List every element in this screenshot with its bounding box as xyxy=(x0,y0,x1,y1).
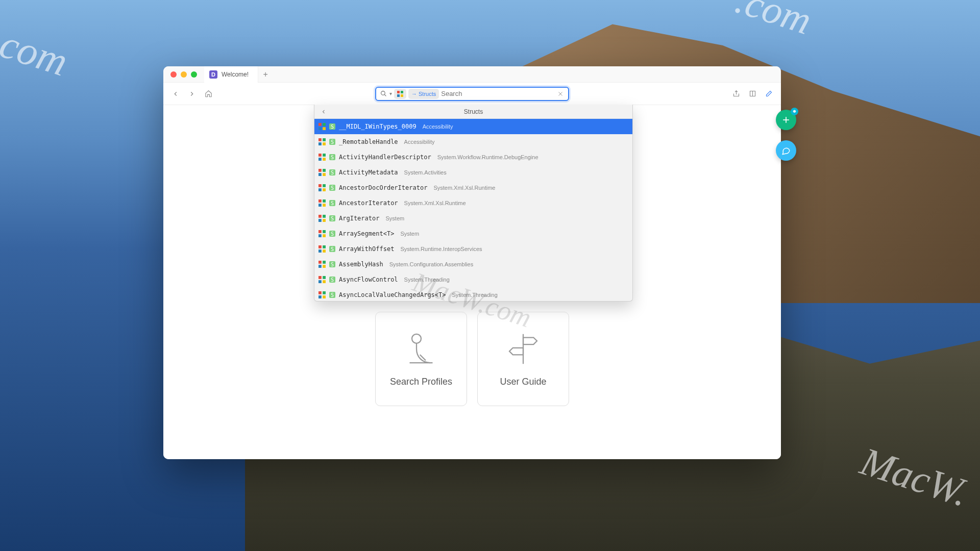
docset-icon xyxy=(318,291,326,298)
svg-rect-46 xyxy=(318,219,322,222)
dropdown-item[interactable]: SArgIteratorSystem xyxy=(314,211,632,226)
svg-text:S: S xyxy=(331,277,334,283)
svg-rect-74 xyxy=(318,291,322,294)
dropdown-item[interactable]: S__MIDL_IWinTypes_0009Accessibility xyxy=(314,119,632,134)
docset-icon xyxy=(318,230,326,237)
arrow-right-icon: → xyxy=(411,91,417,97)
struct-icon: S xyxy=(329,169,336,176)
docset-icon xyxy=(318,123,326,130)
svg-rect-40 xyxy=(318,204,322,207)
dropdown-title: Structs xyxy=(314,108,632,115)
dropdown-item-namespace: System.Activities xyxy=(404,169,447,176)
dropdown-item[interactable]: SAssemblyHashSystem.Configuration.Assemb… xyxy=(314,257,632,272)
edit-button[interactable] xyxy=(762,87,776,101)
svg-rect-21 xyxy=(323,154,326,157)
app-icon: D xyxy=(209,70,217,79)
search-profiles-card[interactable]: Search Profiles xyxy=(375,312,467,406)
dropdown-item-name: AncestorDocOrderIterator xyxy=(339,184,427,191)
svg-text:S: S xyxy=(331,185,334,191)
gear-icon xyxy=(791,108,798,115)
dropdown-item-namespace: Accessibility xyxy=(423,123,453,130)
svg-rect-16 xyxy=(318,142,322,145)
svg-rect-4 xyxy=(397,94,400,97)
dropdown-item[interactable]: SAncestorIteratorSystem.Xml.Xsl.Runtime xyxy=(314,195,632,211)
nav-back-button[interactable] xyxy=(168,87,183,101)
window-controls xyxy=(163,71,204,78)
scope-chip-structs[interactable]: → Structs xyxy=(408,89,439,99)
dropdown-item[interactable]: SArraySegment<T>System xyxy=(314,226,632,241)
svg-line-1 xyxy=(384,94,386,96)
svg-rect-38 xyxy=(318,199,322,203)
dropdown-item-namespace: System.Threading xyxy=(452,292,498,298)
svg-rect-68 xyxy=(318,276,322,279)
close-window-button[interactable] xyxy=(170,71,177,78)
docset-icon xyxy=(318,184,326,191)
svg-rect-8 xyxy=(318,123,322,126)
new-tab-button[interactable]: + xyxy=(258,67,273,82)
struct-icon: S xyxy=(329,261,336,268)
struct-icon: S xyxy=(329,184,336,191)
dropdown-item-namespace: System.Workflow.Runtime.DebugEngine xyxy=(437,154,538,160)
svg-rect-69 xyxy=(323,276,326,279)
svg-rect-56 xyxy=(318,245,322,248)
add-button[interactable] xyxy=(776,110,796,130)
svg-rect-58 xyxy=(318,249,322,253)
home-button[interactable] xyxy=(201,87,215,101)
svg-rect-11 xyxy=(323,127,326,130)
clear-search-button[interactable] xyxy=(555,91,566,97)
svg-rect-35 xyxy=(323,188,326,191)
titlebar: D Welcome! + xyxy=(163,66,781,83)
svg-rect-33 xyxy=(323,184,326,187)
docset-icon xyxy=(318,245,326,253)
svg-text:S: S xyxy=(331,201,334,206)
dropdown-item[interactable]: SAsyncFlowControlSystem.Threading xyxy=(314,272,632,287)
dropdown-item-name: ActivityHandlerDescriptor xyxy=(339,154,431,161)
dropdown-item-namespace: System xyxy=(385,215,404,221)
dropdown-item-namespace: System.Xml.Xsl.Runtime xyxy=(433,185,495,191)
svg-text:S: S xyxy=(331,155,334,160)
svg-rect-52 xyxy=(318,234,322,237)
share-button[interactable] xyxy=(729,87,743,101)
svg-rect-47 xyxy=(323,219,326,222)
svg-rect-70 xyxy=(318,280,322,283)
maximize-window-button[interactable] xyxy=(191,71,197,78)
dropdown-item[interactable]: SAsyncLocalValueChangedArgs<T>System.Thr… xyxy=(314,287,632,301)
dropdown-item[interactable]: SActivityMetadataSystem.Activities xyxy=(314,165,632,180)
svg-rect-50 xyxy=(318,230,322,233)
scope-chip-docset[interactable] xyxy=(394,89,406,99)
search-dropdown: Structs S__MIDL_IWinTypes_0009Accessibil… xyxy=(314,105,633,302)
user-guide-card[interactable]: User Guide xyxy=(477,312,569,406)
minimize-window-button[interactable] xyxy=(181,71,187,78)
svg-rect-26 xyxy=(318,169,322,172)
feedback-button[interactable] xyxy=(776,140,796,161)
dropdown-list[interactable]: S__MIDL_IWinTypes_0009AccessibilityS_Rem… xyxy=(314,119,632,301)
svg-rect-57 xyxy=(323,245,326,248)
dropdown-item-name: AncestorIterator xyxy=(339,199,398,207)
svg-rect-5 xyxy=(401,94,403,97)
dropdown-item-namespace: System.Runtime.InteropServices xyxy=(400,246,482,252)
dropdown-item[interactable]: S_RemotableHandleAccessibility xyxy=(314,134,632,149)
svg-rect-14 xyxy=(318,138,322,141)
svg-rect-32 xyxy=(318,184,322,187)
dropdown-item[interactable]: SArrayWithOffsetSystem.Runtime.InteropSe… xyxy=(314,241,632,257)
svg-rect-29 xyxy=(323,173,326,176)
bookmarks-button[interactable] xyxy=(745,87,760,101)
dropdown-item[interactable]: SActivityHandlerDescriptorSystem.Workflo… xyxy=(314,149,632,165)
dropdown-item-name: ArraySegment<T> xyxy=(339,230,394,237)
svg-rect-28 xyxy=(318,173,322,176)
svg-rect-44 xyxy=(318,215,322,218)
svg-rect-75 xyxy=(323,291,326,294)
search-input[interactable] xyxy=(441,90,555,97)
svg-rect-23 xyxy=(323,158,326,161)
svg-rect-59 xyxy=(323,249,326,253)
card-label: Search Profiles xyxy=(390,377,452,387)
tab-welcome[interactable]: D Welcome! xyxy=(204,66,258,83)
nav-forward-button[interactable] xyxy=(185,87,199,101)
search-dropdown-caret[interactable]: ▾ xyxy=(389,91,392,96)
dropdown-item-name: ArrayWithOffset xyxy=(339,245,394,253)
dropdown-back-button[interactable] xyxy=(318,107,329,117)
docset-icon xyxy=(318,138,326,145)
dropdown-item[interactable]: SAncestorDocOrderIteratorSystem.Xml.Xsl.… xyxy=(314,180,632,195)
svg-text:S: S xyxy=(331,139,334,145)
struct-icon: S xyxy=(329,138,336,145)
